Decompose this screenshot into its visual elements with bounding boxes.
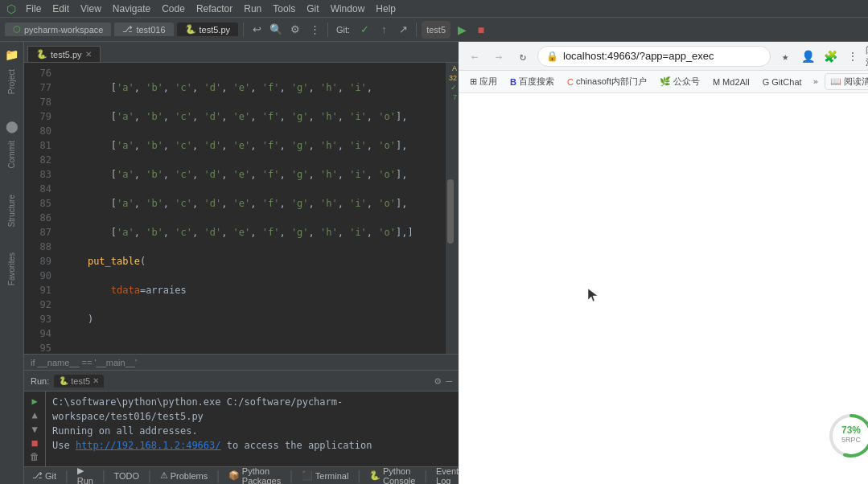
git-check-btn[interactable]: ✓ — [356, 22, 372, 38]
main-area: 📁 Project ⬤ Commit Structure Favorites 🐍… — [0, 42, 868, 484]
status-todo-label: TODO — [114, 471, 140, 481]
run-config-label: test5 — [426, 25, 446, 35]
bookmark-more[interactable]: » — [810, 75, 822, 88]
sidebar-item-project[interactable]: 📁 — [2, 45, 22, 64]
scroll-up-btn[interactable]: ▲ — [27, 408, 42, 420]
menu-window[interactable]: Window — [326, 2, 370, 16]
bookmark-gitchat[interactable]: G GitChat — [758, 76, 807, 88]
run-tab-icon: 🐍 — [59, 376, 68, 385]
address-bar[interactable]: 🔒 localhost:49663/?app=app_exec — [537, 46, 771, 67]
bookmark-apps[interactable]: ⊞ 应用 — [465, 74, 502, 89]
editor-breadcrumb: if __name__ == '__main__' — [24, 354, 459, 370]
bookmark-chinasoft[interactable]: C chinasoft内部门户 — [562, 74, 652, 89]
menu-help[interactable]: Help — [371, 2, 401, 16]
run-btn[interactable]: ▶ — [454, 22, 470, 38]
scroll-down-btn[interactable]: ▼ — [27, 423, 42, 435]
sidebar-item-commit[interactable]: ⬤ — [2, 117, 22, 136]
status-python-console[interactable]: 🐍 Python Console — [366, 466, 418, 485]
run-output-line2: Running on all addresses. — [52, 424, 452, 438]
stop-btn[interactable]: ■ — [27, 437, 42, 449]
more-btn[interactable]: ⋮ — [306, 22, 323, 38]
browser-refresh-btn[interactable]: ↻ — [513, 47, 533, 66]
sidebar-label-commit[interactable]: Commit — [6, 137, 18, 171]
run-output-line1: C:\software\python\python.exe C:/softwar… — [52, 395, 452, 424]
terminal-icon: ⬛ — [302, 470, 313, 481]
run-tab-close[interactable]: ✕ — [93, 376, 99, 385]
menu-tools[interactable]: Tools — [268, 2, 300, 16]
run-tab-test5[interactable]: 🐍 test5 ✕ — [54, 375, 104, 388]
editor-tab-test5[interactable]: 🐍 test5.py ✕ — [27, 46, 101, 62]
bookmark-wechat-label: 公众号 — [673, 76, 700, 88]
file-tab[interactable]: 🐍 test5.py — [177, 23, 239, 36]
status-git[interactable]: ⎇ Git — [29, 470, 60, 481]
status-run[interactable]: ▶ Run — [74, 466, 97, 484]
bookmark-md2all[interactable]: M Md2All — [708, 76, 755, 88]
menu-refactor[interactable]: Refactor — [191, 2, 237, 16]
clear-btn[interactable]: 🗑 — [27, 451, 42, 463]
status-bar: ⎇ Git | ▶ Run | TODO | ⚠ Problems | 📦 Py… — [24, 466, 459, 484]
stop-run-btn[interactable]: ■ — [473, 22, 489, 38]
status-packages[interactable]: 📦 Python Packages — [225, 466, 284, 485]
editor-scroll-area[interactable]: 76 77 78 79 80 81 82 83 84 85 86 87 88 8… — [24, 63, 459, 354]
browser-forward-btn[interactable]: → — [489, 47, 508, 66]
reading-icon: 📖 — [830, 76, 841, 87]
separator-3 — [416, 23, 417, 37]
branch-label: test016 — [136, 25, 165, 35]
git-update-btn[interactable]: ↑ — [376, 22, 392, 38]
editor-tab-close[interactable]: ✕ — [85, 50, 92, 59]
chinasoft-icon: C — [567, 77, 574, 87]
status-event-log[interactable]: Event Log — [433, 466, 462, 485]
browser-panel: ← → ↻ 🔒 localhost:49663/?app=app_exec ★ … — [459, 42, 868, 484]
rerun-btn[interactable]: ▶ — [27, 395, 42, 407]
menu-navigate[interactable]: Navigate — [108, 2, 155, 16]
sidebar-label-favorites[interactable]: Favorites — [6, 249, 18, 289]
menu-edit[interactable]: Edit — [47, 2, 74, 16]
bookmark-baidu[interactable]: B 百度搜索 — [505, 74, 559, 89]
menu-view[interactable]: View — [76, 2, 106, 16]
bookmark-md2all-label: Md2All — [722, 77, 750, 87]
search-btn[interactable]: 🔍 — [268, 22, 284, 38]
project-tab[interactable]: ⬡ pycharm-workspace — [5, 23, 111, 36]
packages-icon: 📦 — [228, 470, 240, 481]
settings-btn[interactable]: ⚙ — [287, 22, 303, 38]
status-problems-label: Problems — [171, 471, 208, 481]
status-terminal[interactable]: ⬛ Terminal — [298, 470, 352, 481]
bookmark-reading-list[interactable]: 📖 阅读清单 — [825, 73, 868, 90]
menu-git[interactable]: Git — [302, 2, 323, 16]
code-area[interactable]: ['a', 'b', 'c', 'd', 'e', 'f', 'g', 'h',… — [58, 63, 446, 354]
mouse-cursor — [588, 289, 598, 303]
run-output-pre: Use — [52, 440, 76, 451]
sidebar-label-structure[interactable]: Structure — [6, 191, 18, 231]
ok-count: 7 — [453, 93, 457, 101]
run-minimize-icon[interactable]: — — [446, 375, 452, 387]
editor-scrollbar[interactable]: A 32 ✓ 7 — [446, 63, 459, 354]
scrollbar-thumb[interactable] — [447, 179, 454, 244]
run-output-line3: Use http://192.168.1.2:49663/ to access … — [52, 438, 452, 453]
breadcrumb-text: if __name__ == '__main__' — [31, 358, 137, 367]
status-problems[interactable]: ⚠ Problems — [157, 470, 211, 481]
browser-content[interactable]: 73% 5RPC — [459, 93, 868, 484]
browser-back-btn[interactable]: ← — [465, 47, 484, 66]
menu-file[interactable]: File — [21, 2, 46, 16]
menu-code[interactable]: Code — [157, 2, 190, 16]
warning-count: 32 — [449, 74, 457, 82]
bookmark-wechat[interactable]: 🌿 公众号 — [655, 74, 705, 89]
menu-run[interactable]: Run — [239, 2, 266, 16]
browser-star-icon[interactable]: ★ — [775, 47, 795, 66]
status-todo[interactable]: TODO — [111, 471, 143, 481]
browser-extensions-icon[interactable]: 🧩 — [821, 47, 840, 66]
sidebar-label-project[interactable]: Project — [6, 66, 18, 97]
editor-tab-label: test5.py — [51, 50, 82, 59]
run-output-post: to access the application — [221, 440, 372, 451]
undo-btn[interactable]: ↩ — [249, 22, 265, 38]
status-git-label: Git — [45, 471, 56, 481]
git-push-btn[interactable]: ↗ — [395, 22, 411, 38]
address-text: localhost:49663/?app=app_exec — [563, 50, 762, 62]
run-settings-icon[interactable]: ⚙ — [434, 375, 441, 387]
run-output-link[interactable]: http://192.168.1.2:49663/ — [76, 440, 221, 451]
browser-profile-icon[interactable]: 👤 — [798, 47, 817, 66]
branch-tab[interactable]: ⎇ test016 — [114, 23, 173, 36]
git-branch-icon: ⎇ — [32, 470, 43, 481]
browser-settings-icon[interactable]: ⋮ — [843, 47, 862, 66]
separator-2 — [327, 23, 328, 37]
